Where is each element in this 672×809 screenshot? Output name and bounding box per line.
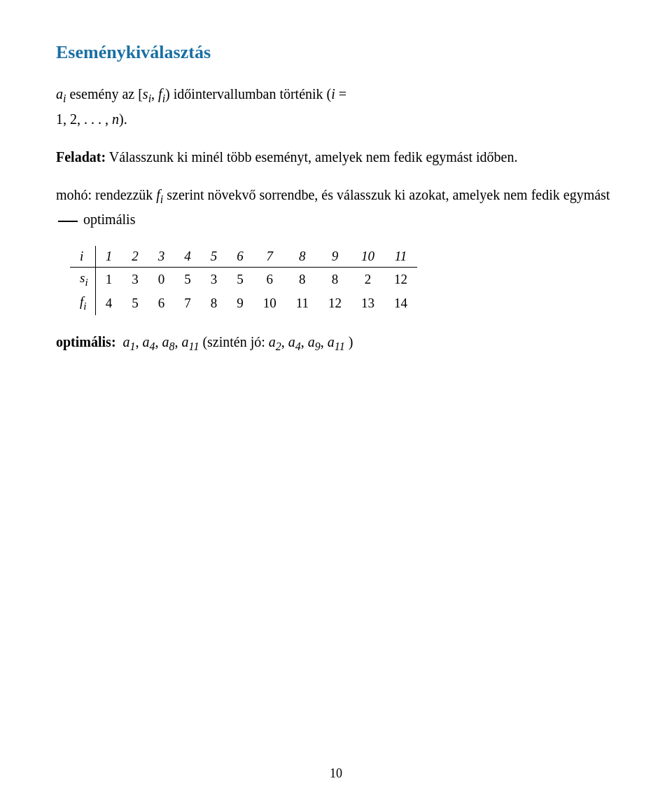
table-s-3: 0 [148, 268, 175, 291]
table-s-7: 6 [253, 268, 286, 291]
table-s-6: 5 [227, 268, 253, 291]
table-header-5: 5 [201, 246, 227, 268]
moho-prefix: mohó: rendezzük fi szerint növekvő sorre… [56, 187, 610, 228]
p1-seq: 1, 2, . . . , n). [56, 111, 127, 127]
table-f-9: 12 [318, 291, 351, 315]
table-s-1: 1 [95, 268, 122, 291]
table-f-1: 4 [95, 291, 122, 315]
table-header-9: 9 [318, 246, 351, 268]
table-s-2: 3 [122, 268, 148, 291]
a-i-var: ai [56, 86, 66, 102]
parens-open: (szintén jó: [202, 334, 268, 350]
table-f-3: 6 [148, 291, 175, 315]
table-f-5: 8 [201, 291, 227, 315]
table-header-11: 11 [384, 246, 417, 268]
table-s-10: 2 [351, 268, 384, 291]
table-f-4: 7 [174, 291, 201, 315]
table-header-7: 7 [253, 246, 286, 268]
table-header-2: 2 [122, 246, 148, 268]
table-f-11: 14 [384, 291, 417, 315]
paragraph-3: mohó: rendezzük fi szerint növekvő sorre… [56, 184, 616, 231]
optimalis-section: optimális: a1, a4, a8, a11 (szintén jó: … [56, 329, 616, 357]
optimalis-solution1: a1, a4, a8, a11 [120, 334, 203, 350]
table-row-i-label: i [70, 246, 95, 268]
table-header-1: 1 [95, 246, 122, 268]
optimalis-solution2: a2, a4, a9, a11 [269, 334, 349, 350]
table-header-8: 8 [286, 246, 318, 268]
optimalis-label: optimális: [56, 334, 116, 350]
table-f-6: 9 [227, 291, 253, 315]
page-number: 10 [330, 766, 342, 781]
page-title: Eseménykiválasztás [56, 42, 616, 63]
p1-text1: esemény az [si, fi) időintervallumban tö… [69, 86, 346, 102]
table-f-10: 13 [351, 291, 384, 315]
table-row-f: fi 4 5 6 7 8 9 10 11 12 13 14 [70, 291, 417, 315]
data-table: i 1 2 3 4 5 6 7 8 9 10 11 si 1 3 0 5 3 [70, 246, 417, 315]
p2-text: Válasszunk ki minél több eseményt, amely… [109, 149, 518, 165]
table-row-f-label: fi [70, 291, 95, 315]
table-header-3: 3 [148, 246, 175, 268]
paragraph-1: ai esemény az [si, fi) időintervallumban… [56, 83, 616, 130]
table-header-4: 4 [174, 246, 201, 268]
table-section: i 1 2 3 4 5 6 7 8 9 10 11 si 1 3 0 5 3 [56, 246, 616, 315]
table-header-6: 6 [227, 246, 253, 268]
table-s-4: 5 [174, 268, 201, 291]
table-s-9: 8 [318, 268, 351, 291]
table-s-8: 8 [286, 268, 318, 291]
table-s-5: 3 [201, 268, 227, 291]
table-row-s-label: si [70, 268, 95, 291]
table-s-11: 12 [384, 268, 417, 291]
table-header-10: 10 [351, 246, 384, 268]
table-f-7: 10 [253, 291, 286, 315]
paragraph-2: Feladat: Válasszunk ki minél több esemén… [56, 146, 616, 168]
feladat-label: Feladat: [56, 149, 106, 165]
parens-close: ) [349, 334, 354, 350]
table-header-row: i 1 2 3 4 5 6 7 8 9 10 11 [70, 246, 417, 268]
table-f-8: 11 [286, 291, 318, 315]
table-row-s: si 1 3 0 5 3 5 6 8 8 2 12 [70, 268, 417, 291]
table-f-2: 5 [122, 291, 148, 315]
